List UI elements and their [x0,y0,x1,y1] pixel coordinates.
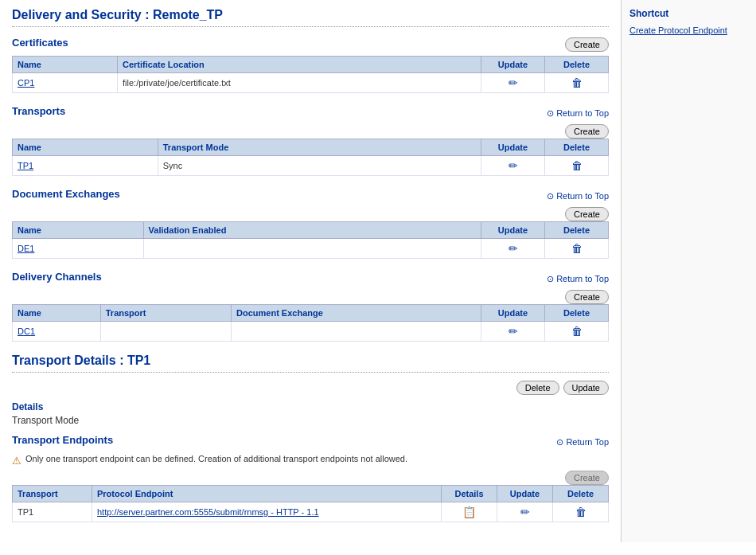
de-delete-cell: 🗑 [545,239,609,259]
cert-col-update: Update [481,57,545,73]
cert-location-cell: file:/private/joe/certificate.txt [118,73,481,93]
delivery-channels-section: Delivery Channels Return to Top Create N… [12,271,609,342]
trans-update-icon[interactable]: ✏ [509,159,518,172]
delivery-channels-table: Name Transport Document Exchange Update … [12,304,609,342]
doc-exchanges-return-to-top[interactable]: Return to Top [547,191,609,201]
warning-row: ⚠ Only one transport endpoint can be def… [12,454,609,467]
transports-table: Name Transport Mode Update Delete TP1 Sy… [12,139,609,176]
delivery-channels-title: Delivery Channels [12,271,102,283]
table-row: DE1 ✏ 🗑 [13,239,609,259]
page-title: Delivery and Security : Remote_TP [12,8,609,27]
cert-delete-cell: 🗑 [545,73,609,93]
table-row: DC1 ✏ 🗑 [13,322,609,342]
transport-endpoints-section: Transport Endpoints Return Top ⚠ Only on… [12,434,609,522]
certificates-table: Name Certificate Location Update Delete … [12,56,609,93]
cert-col-name: Name [13,57,118,73]
te-transport-cell: TP1 [13,502,92,522]
de-col-update: Update [481,222,545,239]
transports-return-to-top[interactable]: Return to Top [547,108,609,119]
cert-col-location: Certificate Location [118,57,481,73]
table-row: TP1 http://server.partner.com:5555/submi… [13,502,609,522]
te-col-delete: Delete [553,486,609,502]
te-update-icon[interactable]: ✏ [520,506,530,518]
de-name-link[interactable]: DE1 [18,244,34,253]
trans-col-delete: Delete [545,139,609,156]
dc-col-transport: Transport [100,305,231,322]
te-col-details: Details [442,486,497,502]
trans-name-link[interactable]: TP1 [18,161,33,170]
de-name-cell: DE1 [13,239,144,259]
de-update-cell: ✏ [481,239,545,259]
table-row: CP1 file:/private/joe/certificate.txt ✏ … [13,73,609,93]
transport-details-section: Transport Details : TP1 Delete Update De… [12,354,609,522]
dc-update-icon[interactable]: ✏ [509,325,518,338]
transport-endpoints-return-to-top[interactable]: Return Top [556,437,609,448]
certificates-create-button[interactable]: Create [565,37,609,52]
dc-col-update: Update [481,305,545,322]
trans-update-cell: ✏ [481,156,545,176]
de-update-icon[interactable]: ✏ [509,242,518,255]
trans-name-cell: TP1 [13,156,158,176]
dc-col-doc-exchange: Document Exchange [232,305,481,322]
dc-col-name: Name [13,305,101,322]
transport-delete-button[interactable]: Delete [516,381,559,395]
dc-delete-cell: 🗑 [545,322,609,342]
cert-update-icon[interactable]: ✏ [509,76,518,89]
cert-name-link[interactable]: CP1 [18,78,34,88]
details-label: Details [12,401,609,412]
certificates-section: Certificates Create Name Certificate Loc… [12,37,609,93]
delivery-channels-return-to-top[interactable]: Return to Top [547,274,609,284]
dc-col-delete: Delete [545,305,609,322]
dc-name-cell: DC1 [13,322,101,342]
transports-create-button[interactable]: Create [565,124,609,139]
cert-update-cell: ✏ [481,73,545,93]
transport-endpoints-title: Transport Endpoints [12,434,113,446]
de-col-validation: Validation Enabled [143,222,481,239]
doc-exchanges-table: Name Validation Enabled Update Delete DE… [12,221,609,259]
transport-update-button[interactable]: Update [563,381,609,395]
warning-icon: ⚠ [12,455,21,467]
trans-col-name: Name [13,139,158,156]
te-protocol-link[interactable]: http://server.partner.com:5555/submit/rn… [97,507,319,517]
de-col-name: Name [13,222,144,239]
te-col-protocol: Protocol Endpoint [92,486,442,502]
transports-section: Transports Return to Top Create Name Tra… [12,105,609,176]
de-delete-icon[interactable]: 🗑 [571,242,583,255]
dc-transport-cell [100,322,231,342]
te-details-icon[interactable]: 📋 [462,506,476,518]
create-protocol-endpoint-link[interactable]: Create Protocol Endpoint [629,25,748,35]
warning-text: Only one transport endpoint can be defin… [25,454,407,463]
cert-col-delete: Delete [545,57,609,73]
dc-delete-icon[interactable]: 🗑 [571,325,583,338]
te-protocol-cell: http://server.partner.com:5555/submit/rn… [92,502,442,522]
trans-delete-icon[interactable]: 🗑 [571,159,583,172]
te-col-transport: Transport [13,486,92,502]
transport-mode-value: Transport Mode [12,415,609,426]
dc-name-link[interactable]: DC1 [18,326,35,336]
de-validation-cell [143,239,481,259]
te-delete-icon[interactable]: 🗑 [575,506,586,518]
table-row: TP1 Sync ✏ 🗑 [13,156,609,176]
trans-delete-cell: 🗑 [545,156,609,176]
dc-doc-exchange-cell [232,322,481,342]
sidebar-shortcut-title: Shortcut [629,8,748,19]
cert-name-cell: CP1 [13,73,118,93]
cert-delete-icon[interactable]: 🗑 [571,76,583,89]
trans-col-update: Update [481,139,545,156]
trans-col-mode: Transport Mode [158,139,481,156]
te-update-cell: ✏ [497,502,553,522]
dc-update-cell: ✏ [481,322,545,342]
transports-title: Transports [12,105,65,117]
doc-exchanges-create-button[interactable]: Create [565,207,609,221]
delivery-channels-create-button[interactable]: Create [565,290,609,304]
transport-details-title: Transport Details : TP1 [12,354,609,373]
te-details-cell: 📋 [442,502,497,522]
trans-mode-cell: Sync [158,156,481,176]
te-delete-cell: 🗑 [553,502,609,522]
certificates-title: Certificates [12,37,68,49]
transport-endpoints-create-button[interactable]: Create [565,471,609,485]
transport-endpoints-table: Transport Protocol Endpoint Details Upda… [12,485,609,522]
document-exchanges-section: Document Exchanges Return to Top Create … [12,188,609,259]
sidebar: Shortcut Create Protocol Endpoint [621,0,756,542]
doc-exchanges-title: Document Exchanges [12,188,120,200]
